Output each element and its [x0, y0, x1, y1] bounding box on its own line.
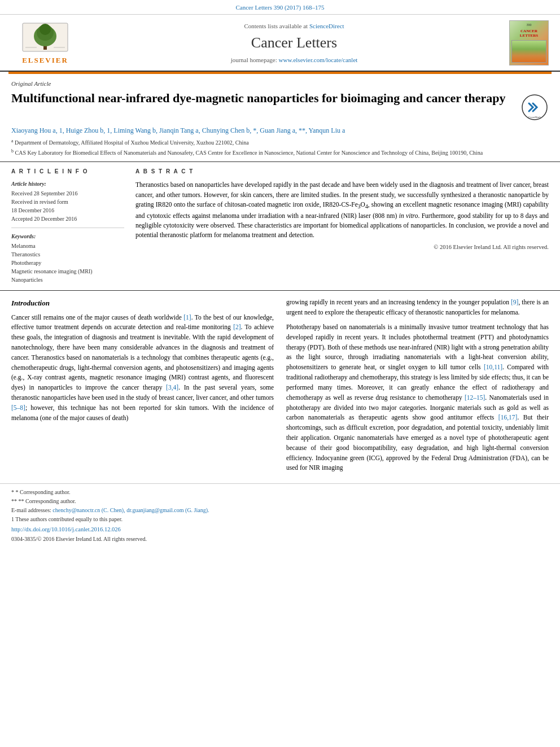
intro-para-right-1: growing rapidly in recent years and an i… [286, 298, 549, 318]
affiliation-a: a Department of Dermatology, Affiliated … [11, 138, 549, 147]
ref-1[interactable]: [1] [183, 314, 191, 321]
keyword-2: Theranostics [11, 251, 124, 259]
keyword-4: Magnetic resonance imaging (MRI) [11, 268, 124, 276]
article-info-column: A R T I C L E I N F O Article history: R… [11, 168, 124, 285]
journal-cover-image [511, 40, 546, 63]
intro-para-right-2: Phototherapy based on nanomaterials is a… [286, 322, 549, 473]
citation-text: Cancer Letters 390 (2017) 168–175 [235, 4, 324, 11]
contents-available-line: Contents lists available at ScienceDirec… [244, 22, 344, 30]
homepage-line: journal homepage: www.elsevier.com/locat… [231, 56, 358, 64]
elsevier-brand-text: ELSEVIER [22, 55, 68, 65]
issn-line: 0304-3835/© 2016 Elsevier Ireland Ltd. A… [11, 535, 549, 543]
contents-label: Contents lists available at [244, 23, 308, 29]
email-addresses[interactable]: chenchy@nanoctr.cn (C. Chen), dr.guanjia… [53, 507, 209, 513]
abstract-text: Theranostics based on nanoparticles have… [135, 180, 549, 240]
article-title: Multifunctional near-infrared dye-magnet… [11, 90, 520, 107]
affiliations: a Department of Dermatology, Affiliated … [11, 138, 549, 158]
star-icon: * [11, 489, 16, 495]
email-line: E-mail addresses: chenchy@nanoctr.cn (C.… [11, 506, 549, 514]
journal-header: ELSEVIER Contents lists available at Sci… [0, 15, 560, 71]
keyword-1: Melanoma [11, 242, 124, 250]
svg-point-4 [40, 24, 51, 35]
elsevier-logo: ELSEVIER [20, 20, 71, 65]
elsevier-tree-icon [20, 20, 71, 54]
ref-10-11[interactable]: [10,11] [484, 364, 502, 370]
article-title-row: Multifunctional near-infrared dye-magnet… [11, 90, 549, 121]
journal-center-header: Contents lists available at ScienceDirec… [82, 20, 506, 65]
corresponding-1: * * Corresponding author. [11, 488, 549, 496]
affil-b-text: CAS Key Laboratory for Biomedical Effect… [15, 150, 483, 156]
ref-3-4[interactable]: [3,4] [166, 384, 178, 391]
corresponding-2-text: ** Corresponding author. [19, 498, 76, 504]
journal-thumbnail: 390 CANCERLETTERS [509, 20, 549, 65]
keywords-label: Keywords: [11, 233, 124, 241]
journal-thumb-label: 390 CANCERLETTERS [520, 23, 538, 38]
email-label: E-mail addresses: [11, 507, 51, 513]
footer-notes: * * Corresponding author. ** ** Correspo… [0, 483, 560, 543]
abstract-header: A B S T R A C T [135, 168, 549, 176]
authors-text: Xiaoyang Hou a, 1, Huige Zhou b, 1, Limi… [11, 126, 345, 134]
article-header: Original Article Multifunctional near-in… [0, 74, 560, 158]
journal-citation: Cancer Letters 390 (2017) 168–175 [0, 0, 560, 15]
journal-thumb-brand: CANCERLETTERS [520, 29, 538, 38]
sciencedirect-link[interactable]: ScienceDirect [309, 23, 344, 29]
crossmark-icon: CrossMark [520, 93, 549, 121]
homepage-link[interactable]: www.elsevier.com/locate/canlet [279, 56, 358, 63]
ref-12-15[interactable]: [12–15] [465, 394, 485, 401]
info-divider [11, 228, 124, 228]
keyword-3: Phototherapy [11, 259, 124, 267]
date-accepted: Accepted 20 December 2016 [11, 215, 124, 223]
equal-contrib-note: 1 These authors contributed equally to t… [11, 516, 549, 523]
ref-2[interactable]: [2] [233, 324, 240, 330]
date-received: Received 28 September 2016 [11, 190, 124, 198]
doublestar-icon: ** [11, 498, 19, 504]
doi-link[interactable]: http://dx.doi.org/10.1016/j.canlet.2016.… [11, 526, 549, 534]
intro-para-1: Cancer still remains one of the major ca… [11, 313, 274, 423]
body-left-col: Introduction Cancer still remains one of… [11, 298, 274, 478]
body-right-col: growing rapidly in recent years and an i… [286, 298, 549, 478]
copyright-line: © 2016 Elsevier Ireland Ltd. All rights … [135, 243, 549, 252]
authors-line: Xiaoyang Hou a, 1, Huige Zhou b, 1, Limi… [11, 126, 549, 136]
ref-9[interactable]: [9] [511, 299, 518, 305]
svg-text:CrossMark: CrossMark [528, 116, 541, 119]
date-revised-label: Received in revised form [11, 198, 124, 206]
article-type-label: Original Article [11, 80, 549, 88]
journal-thumbnail-area: 390 CANCERLETTERS [506, 20, 552, 65]
affil-a-text: Department of Dermatology, Affiliated Ho… [15, 139, 249, 146]
body-two-col: Introduction Cancer still remains one of… [11, 298, 549, 478]
introduction-heading: Introduction [11, 298, 274, 309]
corresponding-1-text: * Corresponding author. [16, 489, 71, 495]
article-info-header: A R T I C L E I N F O [11, 168, 124, 176]
abstract-column: A B S T R A C T Theranostics based on na… [135, 168, 549, 285]
elsevier-logo-area: ELSEVIER [8, 20, 82, 65]
article-info-abstract-section: A R T I C L E I N F O Article history: R… [0, 161, 560, 285]
keyword-5: Nanoparticles [11, 276, 124, 284]
page: Cancer Letters 390 (2017) 168–175 [0, 0, 560, 747]
doi-anchor[interactable]: http://dx.doi.org/10.1016/j.canlet.2016.… [11, 526, 121, 532]
corresponding-2: ** ** Corresponding author. [11, 497, 549, 505]
body-section: Introduction Cancer still remains one of… [0, 290, 560, 478]
article-history-label: Article history: [11, 180, 124, 188]
affiliation-b: b CAS Key Laboratory for Biomedical Effe… [11, 148, 549, 157]
ref-16-17[interactable]: [16,17] [498, 414, 518, 421]
ref-5-8[interactable]: [5–8] [11, 404, 25, 411]
journal-title: Cancer Letters [251, 33, 337, 53]
date-revised: 18 December 2016 [11, 207, 124, 215]
homepage-label: journal homepage: [231, 56, 277, 63]
